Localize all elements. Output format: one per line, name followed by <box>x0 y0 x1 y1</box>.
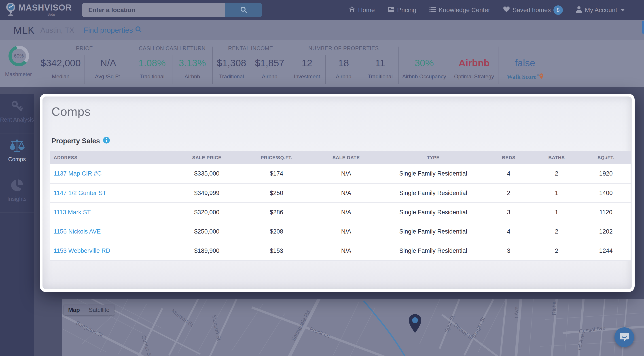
nav-item-pricing[interactable]: Pricing <box>388 7 416 14</box>
sidebar-item-label: Insights <box>8 196 26 202</box>
col-sale-date: SALE DATE <box>311 151 381 164</box>
chevron-down-icon <box>621 9 625 12</box>
col-address: ADDRESS <box>50 151 172 164</box>
satellite-button[interactable]: Satellite <box>84 305 114 315</box>
mashvisor-app: MASHVISOR Beta Home Pricing <box>0 0 644 356</box>
property-address-link[interactable]: 1137 Map CIR #C <box>54 170 102 177</box>
stat-value: 1.08% <box>138 55 166 71</box>
nav-item-label: Pricing <box>397 7 416 14</box>
modal-title: Comps <box>52 105 623 118</box>
logo-beta-tag: Beta <box>48 13 55 17</box>
table-header-row: ADDRESS SALE PRICE PRICE/SQ.FT. SALE DAT… <box>50 151 630 164</box>
location-search <box>82 3 262 17</box>
stat-value: N/A <box>100 55 116 71</box>
stat-group-cash-on-cash: CASH ON CASH RETURN 1.08%Traditional 3.1… <box>132 40 212 87</box>
stat-value: Airbnb <box>459 55 490 71</box>
stat-label: Airbnb <box>262 73 277 80</box>
find-properties-link[interactable]: Find properties <box>84 26 142 35</box>
table-row: 1137 Map CIR #C $335,000 $174 N/A Single… <box>50 164 630 183</box>
col-baths: BATHS <box>532 151 582 164</box>
search-button[interactable] <box>225 3 262 17</box>
property-sales-table: ADDRESS SALE PRICE PRICE/SQ.FT. SALE DAT… <box>50 151 630 261</box>
stat-label: Airbnb <box>336 73 351 80</box>
neighborhood-header: MLK Austin, TX Find properties <box>0 20 644 40</box>
property-sales-heading: Property Sales <box>52 137 623 145</box>
mashmeter-label: Mashmeter <box>0 71 37 77</box>
info-icon[interactable] <box>103 137 110 145</box>
property-address-link[interactable]: 1153 Webberville RD <box>54 247 110 254</box>
scale-icon <box>10 139 24 153</box>
property-address-link[interactable]: 1113 Mark ST <box>54 209 91 216</box>
navbar-menu: Home Pricing Knowledge Center Saved home… <box>348 0 625 20</box>
stat-group-airbnb-occupancy: 30%Airbnb Occupancy <box>398 40 450 87</box>
logo-pin-icon <box>6 2 15 16</box>
nav-item-saved-homes[interactable]: Saved homes 8 <box>503 5 563 15</box>
map-button[interactable]: Map <box>64 305 84 315</box>
mashmeter: 60% Mashmeter <box>0 40 37 87</box>
location-pin-icon[interactable] <box>409 314 421 333</box>
nav-item-label: Knowledge Center <box>439 7 490 14</box>
sidebar-item-comps[interactable]: Comps <box>0 133 34 173</box>
stat-label: Airbnb <box>184 73 200 80</box>
divider <box>51 125 624 125</box>
walk-score-pin-icon <box>539 73 544 80</box>
knowledge-center-icon <box>429 6 436 14</box>
creek-line <box>364 301 405 356</box>
stat-label: Avg./Sq.Ft. <box>95 73 122 80</box>
mashvisor-logo[interactable]: MASHVISOR <box>6 2 72 16</box>
property-address-link[interactable]: 1147 1/2 Gunter ST <box>54 190 106 196</box>
stat-value: $342,000 <box>41 55 81 71</box>
street-label: Richa <box>551 301 557 315</box>
search-icon <box>240 6 248 14</box>
map-type-control: Map Satellite <box>64 305 114 315</box>
nav-item-label: My Account <box>585 7 617 14</box>
nav-item-label: Home <box>358 7 375 14</box>
nav-item-my-account[interactable]: My Account <box>576 6 625 14</box>
stat-label: Traditional <box>140 73 164 80</box>
col-sqft: SQ./FT. <box>581 151 630 164</box>
walk-score-logo[interactable]: Walk Score® <box>507 73 543 80</box>
stat-value: 30% <box>414 55 434 71</box>
col-sale-price: SALE PRICE <box>172 151 242 164</box>
nav-item-home[interactable]: Home <box>348 6 375 14</box>
stat-value: 11 <box>375 55 385 71</box>
search-icon <box>135 26 142 35</box>
stat-value: 18 <box>338 55 349 71</box>
left-sidebar: Rent Analysis Comps Insights <box>0 94 34 356</box>
map-canvas[interactable]: Bengston St Munson St Gunter St Munson S… <box>62 299 644 356</box>
nav-item-label: Saved homes <box>512 7 551 14</box>
table-row: 1156 Nickols AVE $250,000 $208 N/A Singl… <box>50 222 630 241</box>
heart-icon <box>503 6 510 14</box>
search-input[interactable] <box>82 3 225 17</box>
page-location: Austin, TX <box>40 26 74 35</box>
street-label: t Ave <box>514 306 520 318</box>
nav-item-knowledge-center[interactable]: Knowledge Center <box>429 6 490 14</box>
col-beds: BEDS <box>486 151 532 164</box>
sidebar-item-rent-analysis[interactable]: Rent Analysis <box>0 94 34 133</box>
chat-launcher-button[interactable] <box>614 327 634 347</box>
page-title: MLK <box>14 24 35 36</box>
stat-label: Traditional <box>368 73 393 80</box>
stat-value: 12 <box>302 55 312 71</box>
stat-value: $1,857 <box>255 55 284 71</box>
saved-homes-count-badge: 8 <box>554 5 563 15</box>
stat-label: Median <box>52 73 70 80</box>
stat-group-price: PRICE $342,000Median N/AAvg./Sq.Ft. <box>37 40 132 87</box>
pie-chart-icon <box>10 179 24 192</box>
table-row: 1153 Webberville RD $189,900 $153 N/A Si… <box>50 241 630 260</box>
user-icon <box>576 6 582 14</box>
stat-group-optimal-strategy: AirbnbOptimal Strategy <box>450 40 498 87</box>
stat-label: Traditional <box>219 73 244 80</box>
sidebar-item-insights[interactable]: Insights <box>0 173 34 213</box>
property-address-link[interactable]: 1156 Nickols AVE <box>54 228 101 235</box>
stat-group-walk-score: false Walk Score® <box>498 40 552 87</box>
stat-label: Airbnb Occupancy <box>402 73 446 80</box>
stat-value: $1,308 <box>217 55 246 71</box>
home-icon <box>348 6 355 14</box>
stat-label: Investment <box>294 73 320 80</box>
logo-wordmark: MASHVISOR <box>18 2 72 13</box>
stat-group-number-of-properties: NUMBER OF PROPERTIES 12Investment 18Airb… <box>289 40 398 87</box>
stat-group-rental-income: RENTAL INCOME $1,308Traditional $1,857Ai… <box>212 40 289 87</box>
page-scrollbar-thumb[interactable] <box>642 21 644 34</box>
col-price-sqft: PRICE/SQ.FT. <box>242 151 312 164</box>
